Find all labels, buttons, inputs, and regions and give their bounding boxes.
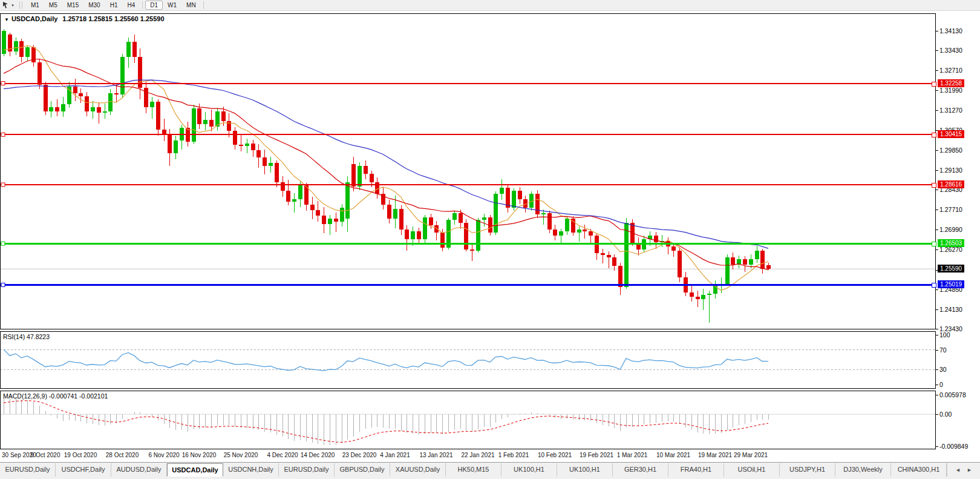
timeframe-button-m15[interactable]: M15 [62,1,83,10]
dropdown-caret-icon[interactable]: ▼ [11,4,15,7]
date-tick-label: 19 Oct 2020 [64,452,97,458]
chart-tab-gbpusd-daily[interactable]: GBPUSD,Daily [335,463,390,477]
timeframe-buttons: M1M5M15M30H1H4D1W1MN [26,1,206,10]
chart-tab-china300-h1[interactable]: CHINA300,H1 [891,463,947,477]
chart-tabs: EURUSD,DailyUSDCHF,DailyAUDUSD,DailyUSDC… [0,463,947,477]
rsi-tick-label: 100 [939,331,950,339]
macd-tick-label: -0.009849 [939,443,968,450]
chart-tab-uk100-h1[interactable]: UK100,H1 [557,463,613,477]
toolbar-grip[interactable] [19,2,22,8]
timeframe-button-h4[interactable]: H4 [122,1,140,10]
price-tick-label: 1.29850 [939,147,962,154]
toolbar-separator [203,1,204,9]
macd-indicator-label: MACD(12,26,9) -0.000741 -0.002101 [3,392,108,400]
date-tick-label: 22 Jan 2021 [461,452,494,458]
chart-tab-usdcnh-daily[interactable]: USDCNH,Daily [223,463,279,477]
timeframe-button-mn[interactable]: MN [181,1,201,10]
chart-tab-eurusd-daily[interactable]: EURUSD,Daily [0,463,56,477]
chart-symbol-label: USDCAD,Daily [11,15,57,22]
date-tick-label: 1 Mar 2021 [617,452,648,458]
tab-scroll-left-icon[interactable]: ◄ [955,467,961,473]
chart-tab-xauusd-daily[interactable]: XAUUSD,Daily [390,463,446,477]
chart-tab-usoil-h1[interactable]: USOil,H1 [724,463,780,477]
date-tick-label: 10 Mar 2021 [656,452,690,458]
timeframe-button-w1[interactable]: W1 [163,1,181,10]
rsi-pane[interactable] [0,331,936,389]
toolbar-separator [142,1,143,9]
chart-tab-hk50-m15[interactable]: HK50,M15 [446,463,501,477]
chart-tab-usdjpy-h1[interactable]: USDJPY,H1 [780,463,835,477]
timeframe-button-d1[interactable]: D1 [145,1,163,10]
rsi-tick-mark [936,350,938,351]
date-tick-label: 19 Feb 2021 [580,452,613,458]
date-tick-label: 28 Oct 2020 [106,452,139,458]
price-tick-mark [936,90,938,91]
price-tick-mark [936,170,938,171]
price-tick-mark [936,329,938,329]
date-tick-label: 1 Feb 2021 [498,452,529,458]
chart-tabs-bar: EURUSD,DailyUSDCHF,DailyAUDUSD,DailyUSDC… [0,462,980,479]
macd-tick-mark [936,446,938,447]
level-price-box: 1.28616 [938,180,964,188]
mt4-window: ▼ M1M5M15M30H1H4D1W1MN ▼USDCAD,Daily1.25… [0,0,980,479]
timeframe-button-m30[interactable]: M30 [83,1,105,10]
rsi-tick-label: 30 [939,366,947,373]
tab-scroll-right-icon[interactable]: ► [967,467,972,473]
price-tick-label: 1.27710 [939,206,962,213]
timeframe-button-m5[interactable]: M5 [44,1,62,10]
macd-tick-label: 0.00 [939,411,952,418]
price-tick-mark [936,110,938,111]
cursor-tool-button[interactable]: ▼ [0,1,17,10]
chart-tab-usdchf-daily[interactable]: USDCHF,Daily [56,463,111,477]
chart-tab-uk100-h1[interactable]: UK100,H1 [501,463,557,477]
hline-handle-icon [1,82,5,85]
price-tick-label: 1.31270 [939,107,962,114]
macd-tick-mark [936,395,938,395]
date-tick-label: 29 Mar 2021 [734,452,768,458]
chart-tab-usdcad-daily[interactable]: USDCAD,Daily [167,463,223,477]
timeframe-button-m1[interactable]: M1 [26,1,44,10]
price-tick-mark [936,210,938,210]
macd-pane[interactable] [0,391,936,449]
date-tick-label: 4 Jan 2021 [380,452,410,458]
price-chart-pane[interactable] [0,13,936,329]
rsi-indicator-label: RSI(14) 47.8223 [3,333,50,340]
chart-tab-fra40-h1[interactable]: FRA40,H1 [668,463,724,477]
price-tick-label: 1.26270 [939,246,962,253]
level-handle-icon [932,133,936,137]
level-price-box: 1.26503 [938,239,964,247]
rsi-tick-mark [936,369,938,370]
rsi-tick-mark [936,335,938,335]
chart-tab-eurusd-daily[interactable]: EURUSD,Daily [279,463,335,477]
price-tick-mark [936,150,938,151]
hline-handle-icon [1,183,5,187]
price-tick-mark [936,31,938,31]
price-tick-label: 1.29130 [939,167,962,174]
price-tick-mark [936,50,938,51]
chart-tab-dj30-weekly[interactable]: DJ30,Weekly [835,463,891,477]
date-tick-label: 9 Oct 2020 [31,452,60,458]
date-tick-label: 14 Dec 2020 [301,452,335,458]
price-tick-label: 1.32710 [939,67,962,74]
timeframe-button-h1[interactable]: H1 [105,1,123,10]
price-tick-label: 1.24130 [939,306,962,313]
current-price-box: 1.25590 [938,265,964,273]
date-tick-label: 10 Feb 2021 [538,452,572,458]
level-price-box: 1.32258 [938,79,964,87]
price-tick-label: 1.33430 [939,47,962,54]
date-tick-label: 25 Nov 2020 [224,452,258,458]
level-price-box: 1.25019 [938,280,964,288]
chart-tab-ger30-h1[interactable]: GER30,H1 [613,463,668,477]
price-tick-mark [936,289,938,290]
level-handle-icon [932,242,936,246]
chart-dropdown-icon[interactable]: ▼ [4,17,9,22]
date-tick-label: 16 Nov 2020 [182,452,217,458]
chart-tab-audusd-daily[interactable]: AUDUSD,Daily [111,463,167,477]
price-tick-label: 1.26990 [939,226,962,233]
toolbar: ▼ M1M5M15M30H1H4D1W1MN [0,0,980,11]
level-price-box: 1.30415 [938,130,964,138]
rsi-tick-label: 70 [939,346,947,354]
date-tick-label: 13 Jan 2021 [419,452,452,458]
hline-handle-icon [1,133,5,136]
price-tick-mark [936,70,938,71]
